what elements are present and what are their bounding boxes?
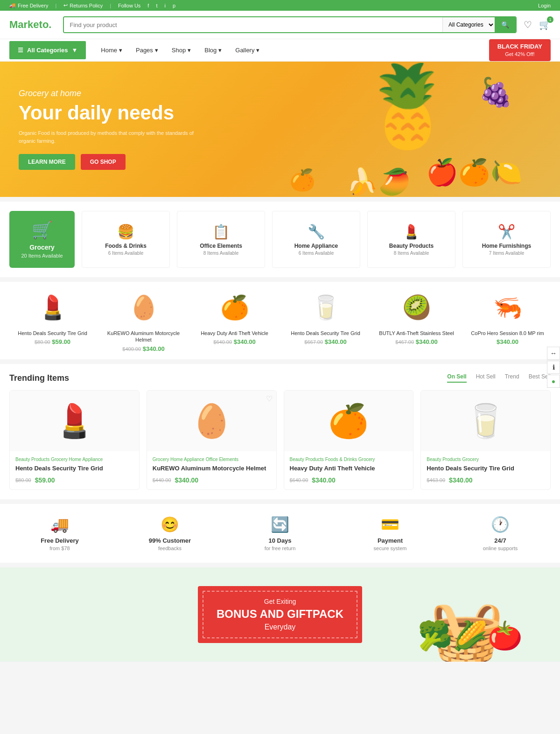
trending-prices-2: $440.00 $340.00 xyxy=(153,476,271,484)
category-office-elements[interactable]: 📋 Office Elements 8 Items Available xyxy=(177,211,265,268)
trending-cats-4: Beauty Products Grocery xyxy=(427,457,545,462)
product-image-4: 🥛 xyxy=(282,289,369,326)
promo-tag: Get Exiting xyxy=(217,598,343,605)
returns-policy-label[interactable]: ↩ Returns Policy xyxy=(63,2,103,8)
category-home-furnishings[interactable]: ✂️ Home Furnishings 7 Items Available xyxy=(462,211,551,268)
returns-icon: ↩ xyxy=(63,2,68,8)
all-categories-button[interactable]: ☰ All Categories ▼ xyxy=(9,41,86,59)
search-input[interactable] xyxy=(64,17,442,32)
product-name-4: Hento Deals Security Tire Grid xyxy=(282,330,369,336)
trending-body-1: Beauty Products Grocery Home Appliance H… xyxy=(10,451,139,489)
search-button[interactable]: 🔍 xyxy=(495,17,516,32)
trending-card-1[interactable]: 💄 Beauty Products Grocery Home Appliance… xyxy=(9,390,140,490)
tab-trend[interactable]: Trend xyxy=(505,373,519,383)
product-card-1[interactable]: 💄 Hento Deals Security Tire Grid $80.00 … xyxy=(9,289,96,352)
product-card-6[interactable]: 🦐 CoPro Hero Session 8.0 MP rim $340.00 xyxy=(464,289,551,352)
trending-body-4: Beauty Products Grocery Hento Deals Secu… xyxy=(421,451,550,489)
product-new-price-2: $340.00 xyxy=(143,345,165,352)
feature-delivery-sub: from $78 xyxy=(9,545,110,551)
hero-description: Organic Food is food produced by methods… xyxy=(19,129,205,145)
twitter-icon[interactable]: t xyxy=(156,3,157,8)
foods-name: Foods & Drinks xyxy=(105,243,147,249)
side-color-tool[interactable]: ● xyxy=(547,375,560,388)
trending-image-1: 💄 xyxy=(10,391,139,451)
login-link[interactable]: Login xyxy=(538,3,551,8)
featured-category-grocery[interactable]: 🛒 Grocery 20 Items Available xyxy=(9,211,75,268)
side-tools: ↔ ℹ ● xyxy=(547,347,560,388)
menu-icon: ☰ xyxy=(18,47,23,54)
product-card-2[interactable]: 🥚 KuREWO Aluminum Motorcycle Helmet $400… xyxy=(100,289,187,352)
feature-delivery-title: Free Delivery xyxy=(9,537,110,544)
tab-hot-sell[interactable]: Hot Sell xyxy=(476,373,496,383)
product-card-5[interactable]: 🥝 BUTLY Anti-Theft Stainless Steel $467.… xyxy=(373,289,460,352)
side-resize-tool[interactable]: ↔ xyxy=(547,347,560,360)
product-name-3: Heavy Duty Anti Theft Vehicle xyxy=(191,330,278,336)
side-info-tool[interactable]: ℹ xyxy=(547,361,560,374)
trending-tabs: On Sell Hot Sell Trend Best Sell xyxy=(447,373,551,383)
shop-chevron-icon: ▾ xyxy=(188,47,191,54)
trending-card-2[interactable]: ♡ 🥚 Grocery Home Appliance Office Elemen… xyxy=(147,390,277,490)
trending-name-3: Heavy Duty Anti Theft Vehicle xyxy=(290,465,408,473)
trending-body-2: Grocery Home Appliance Office Elements K… xyxy=(147,451,276,489)
appliance-icon: 🔧 xyxy=(308,224,325,240)
product-card-4[interactable]: 🥛 Hento Deals Security Tire Grid $667.00… xyxy=(282,289,369,352)
heart-icon[interactable]: ♡ xyxy=(266,394,273,403)
follow-us-label: Follow Us xyxy=(118,3,140,8)
category-select[interactable]: All Categories xyxy=(442,17,495,32)
pages-chevron-icon: ▾ xyxy=(155,47,158,54)
trending-card-3[interactable]: 🍊 Beauty Products Foods & Drinks Grocery… xyxy=(284,390,414,490)
delivery-icon: 🚚 xyxy=(9,516,110,533)
trending-new-price-2: $340.00 xyxy=(175,476,199,484)
facebook-icon[interactable]: f xyxy=(147,3,149,8)
header-icons: ♡ 🛒 1 xyxy=(524,19,551,30)
office-count: 8 Items Available xyxy=(203,251,238,256)
trending-products-grid: 💄 Beauty Products Grocery Home Appliance… xyxy=(9,390,551,490)
trending-new-price-4: $340.00 xyxy=(449,476,473,484)
product-image-1: 💄 xyxy=(9,289,96,326)
grocery-count: 20 Items Available xyxy=(21,253,63,259)
product-image-3: 🍊 xyxy=(191,289,278,326)
cart-badge: 1 xyxy=(547,16,553,23)
learn-more-button[interactable]: LEARN MORE xyxy=(19,154,75,170)
product-card-3[interactable]: 🍊 Heavy Duty Anti Theft Vehicle $640.00 … xyxy=(191,289,278,352)
black-friday-button[interactable]: BLACK FRIDAY Get 42% Off! xyxy=(489,39,551,61)
grocery-icon: 🛒 xyxy=(32,220,53,240)
nav-blog[interactable]: Blog ▾ xyxy=(199,41,227,59)
grocery-name: Grocery xyxy=(29,244,55,251)
promo-sub: Everyday xyxy=(217,623,343,631)
foods-icon: 🍔 xyxy=(117,224,134,240)
trending-card-4[interactable]: 🥛 Beauty Products Grocery Hento Deals Se… xyxy=(420,390,551,490)
foods-count: 6 Items Available xyxy=(108,251,143,256)
product-image-5: 🥝 xyxy=(373,289,460,326)
trending-old-price-2: $440.00 xyxy=(153,477,171,483)
promo-title: BONUS AND GIFTPACK xyxy=(217,608,343,621)
trending-header: Trending Items On Sell Hot Sell Trend Be… xyxy=(9,373,551,383)
promo-content: Get Exiting BONUS AND GIFTPACK Everyday xyxy=(198,586,362,643)
trending-new-price-1: $59.00 xyxy=(35,476,55,484)
tab-on-sell[interactable]: On Sell xyxy=(447,373,466,383)
feature-support: 🕐 24/7 online supports xyxy=(450,516,551,551)
category-foods-drinks[interactable]: 🍔 Foods & Drinks 6 Items Available xyxy=(82,211,170,268)
nav-pages[interactable]: Pages ▾ xyxy=(130,41,164,59)
product-new-price-6: $340.00 xyxy=(497,338,518,345)
feature-support-sub: online supports xyxy=(450,545,551,551)
pinterest-icon[interactable]: p xyxy=(173,3,175,8)
cart-button[interactable]: 🛒 1 xyxy=(539,19,551,30)
nav-shop[interactable]: Shop ▾ xyxy=(166,41,196,59)
trending-section: Trending Items On Sell Hot Sell Trend Be… xyxy=(0,364,560,499)
category-beauty-products[interactable]: 💄 Beauty Products 8 Items Available xyxy=(367,211,455,268)
hero-fruits-decoration: 🍍 🍇 🍎🍊🍋 🍊 🍌🥭 xyxy=(280,62,560,197)
wishlist-button[interactable]: ♡ xyxy=(524,19,532,30)
promo-banner: Get Exiting BONUS AND GIFTPACK Everyday … xyxy=(0,567,560,662)
nav-gallery[interactable]: Gallery ▾ xyxy=(230,41,265,59)
product-name-6: CoPro Hero Session 8.0 MP rim xyxy=(464,330,551,336)
category-home-appliance[interactable]: 🔧 Home Appliance 6 Items Available xyxy=(272,211,360,268)
office-name: Office Elements xyxy=(200,243,242,249)
banana-icon: 🍌🥭 xyxy=(346,167,411,197)
go-shop-button[interactable]: GO SHOP xyxy=(81,154,126,170)
top-bar-left: 🚚 Free Delivery | ↩ Returns Policy | Fol… xyxy=(9,2,175,8)
instagram-icon[interactable]: i xyxy=(164,3,165,8)
appliance-count: 6 Items Available xyxy=(299,251,334,256)
logo[interactable]: Marketo. xyxy=(9,19,51,31)
nav-home[interactable]: Home ▾ xyxy=(95,41,128,59)
